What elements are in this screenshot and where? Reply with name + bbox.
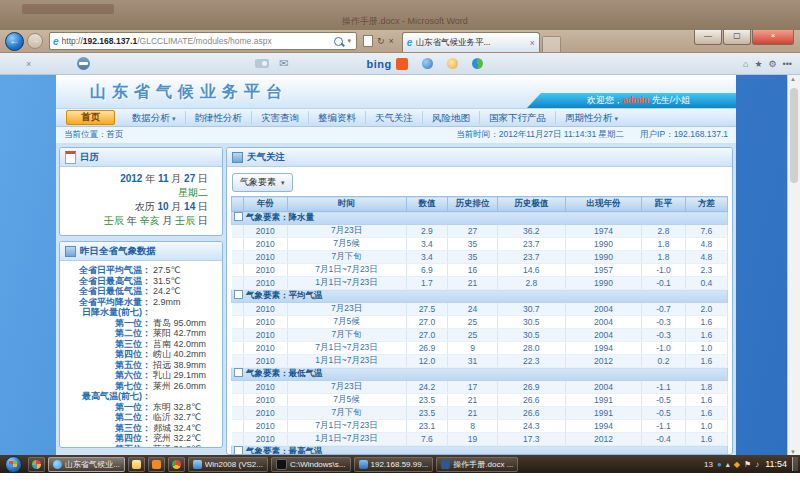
compatibility-view-icon[interactable] <box>363 35 373 47</box>
tray-flag-icon[interactable]: ⚑ <box>744 460 751 469</box>
toolbar-emblem-icon[interactable] <box>77 57 90 70</box>
tray-blue-circle-icon[interactable]: ● <box>717 460 722 469</box>
search-icon[interactable] <box>334 37 343 46</box>
table-cell: 2010 <box>243 407 287 420</box>
people-icon[interactable] <box>472 58 483 69</box>
tray-ime[interactable]: 13 <box>704 460 713 469</box>
taskbar-clock[interactable]: 11:54 <box>765 459 787 469</box>
nav-item-韵律性分析[interactable]: 韵律性分析 <box>186 111 253 124</box>
browser-tab[interactable]: e 山东省气候业务平... × <box>402 32 540 52</box>
table-row[interactable]: 20107月5候27.02530.52004-0.31.6 <box>232 316 728 329</box>
nav-item-整编资料[interactable]: 整编资料 <box>309 111 366 124</box>
calendar-text: 月 <box>169 173 185 184</box>
expand-checkbox-icon[interactable] <box>234 290 243 299</box>
home-icon[interactable]: ⌂ <box>743 59 748 69</box>
table-row[interactable]: 20101月1日~7月23日1.7212.81990-0.10.4 <box>232 277 728 290</box>
pinned-app-icon[interactable] <box>28 457 45 472</box>
messenger-icon[interactable] <box>422 58 433 69</box>
taskbar-window-cmd[interactable]: C:\Windows\s... <box>271 457 351 472</box>
table-row[interactable]: 20101月1日~7月23日12.03122.320120.21.6 <box>232 355 728 368</box>
nav-item-数据分析[interactable]: 数据分析▾ <box>123 111 186 124</box>
table-cell: 1.6 <box>685 355 727 368</box>
table-row[interactable]: 20107月23日24.21726.92004-1.11.8 <box>232 381 728 394</box>
site-header: 山东省气候业务平台 欢迎您，admin 先生/小姐 <box>56 75 736 109</box>
bing-logo[interactable]: bing <box>366 58 391 70</box>
group-label: 气象要素：平均气温 <box>246 290 323 300</box>
table-row[interactable]: 20107月23日2.92736.219742.87.6 <box>232 225 728 238</box>
taskbar-window-server[interactable]: Win2008 (VS2... <box>188 457 268 472</box>
tab-close-icon[interactable]: × <box>530 38 535 48</box>
table-row[interactable]: 20107月1日~7月23日26.9928.01994-1.01.0 <box>232 342 728 355</box>
show-desktop-button[interactable] <box>792 457 798 471</box>
table-group-row[interactable]: 气象要素：平均气温 <box>232 290 728 303</box>
table-row[interactable]: 20107月5候3.43523.719901.84.8 <box>232 238 728 251</box>
more-options-icon[interactable]: ••• <box>783 59 792 69</box>
table-cell: 1.6 <box>685 329 727 342</box>
table-cell: 23.5 <box>406 394 448 407</box>
expand-checkbox-icon[interactable] <box>234 446 243 455</box>
tray-up-arrow-icon[interactable]: ▴ <box>726 460 730 469</box>
bing-rewards-icon[interactable] <box>396 58 408 70</box>
taskbar-window-word[interactable]: 操作手册.docx ... <box>436 457 518 472</box>
table-row[interactable]: 20107月下旬3.43523.719901.84.8 <box>232 251 728 264</box>
taskbar-window-ie[interactable]: 山东省气候业... <box>48 457 125 472</box>
taskbar-window-label: 192.168.59.99... <box>371 460 429 469</box>
expand-checkbox-icon[interactable] <box>234 368 243 377</box>
taskbar-window-remote[interactable]: 192.168.59.99... <box>354 457 434 472</box>
start-button[interactable] <box>5 456 22 473</box>
maximize-button[interactable]: ▢ <box>723 30 751 45</box>
vertical-scrollbar[interactable]: ▲ ▼ <box>787 75 800 456</box>
table-group-row[interactable]: 气象要素：最高气温 <box>232 446 728 456</box>
nav-item-国家下行产品[interactable]: 国家下行产品 <box>480 111 556 124</box>
address-bar[interactable]: e http://192.168.137.1/GLCCLIMATE/module… <box>49 32 357 50</box>
nav-item-风险地图[interactable]: 风险地图 <box>423 111 480 124</box>
close-button[interactable]: × <box>752 30 794 45</box>
toolbar-close-icon[interactable]: × <box>26 59 31 69</box>
new-tab-button[interactable] <box>542 36 561 52</box>
mail-icon[interactable]: ✉ <box>279 57 288 70</box>
main-panel-area: 天气关注 气象要素 ▾ <box>226 147 733 453</box>
minimize-button[interactable]: — <box>694 30 722 45</box>
element-filter-button[interactable]: 气象要素 ▾ <box>232 173 293 192</box>
background-window-title: 操作手册.docx - Microsoft Word <box>342 15 468 28</box>
highlight-icon[interactable] <box>447 58 458 69</box>
forward-button[interactable]: → <box>27 33 43 49</box>
table-row[interactable]: 20107月1日~7月23日6.91614.61957-1.02.3 <box>232 264 728 277</box>
table-group-row[interactable]: 气象要素：最低气温 <box>232 368 728 381</box>
tray-orange-icon[interactable]: ◆ <box>734 460 740 469</box>
back-button[interactable]: ← <box>5 32 24 51</box>
table-row[interactable]: 20107月下旬23.52126.61991-0.51.6 <box>232 407 728 420</box>
scrollbar-thumb[interactable] <box>790 88 798 183</box>
taskbar-window-folder[interactable] <box>128 457 145 472</box>
favorites-star-icon[interactable]: ★ <box>754 59 762 69</box>
table-row[interactable]: 20107月下旬27.02530.52004-0.31.6 <box>232 329 728 342</box>
stop-icon[interactable]: × <box>389 36 394 46</box>
table-row[interactable]: 20101月1日~7月23日7.61917.32012-0.41.6 <box>232 433 728 446</box>
scroll-up-icon[interactable]: ▲ <box>790 76 796 82</box>
table-cell: -1.0 <box>642 342 686 355</box>
nav-item-天气关注[interactable]: 天气关注 <box>366 111 423 124</box>
table-row[interactable]: 20107月5候23.52126.61991-0.51.6 <box>232 394 728 407</box>
url-text[interactable]: http://192.168.137.1/GLCCLIMATE/modules/… <box>62 36 333 46</box>
taskbar-window-chrome[interactable] <box>168 457 185 472</box>
table-group-row[interactable]: 气象要素：降水量 <box>232 212 728 225</box>
site-title: 山东省气候业务平台 <box>90 82 288 103</box>
table-row[interactable]: 20107月23日27.52430.72004-0.72.0 <box>232 303 728 316</box>
table-cell: 2004 <box>565 316 641 329</box>
page-viewport: 山东省气候业务平台 欢迎您，admin 先生/小姐 首页数据分析▾韵律性分析灾害… <box>0 75 800 456</box>
camera-icon[interactable] <box>255 59 269 68</box>
address-dropdown-icon[interactable]: ▾ <box>347 37 351 45</box>
taskbar-window-app[interactable] <box>148 457 165 472</box>
refresh-icon[interactable]: ↻ <box>377 36 385 46</box>
tray-volume-icon[interactable]: ♪ <box>755 460 759 469</box>
taskbar-window-label: 操作手册.docx ... <box>453 459 513 470</box>
expand-checkbox-icon[interactable] <box>234 212 243 221</box>
breadcrumb[interactable]: 当前位置：首页 <box>64 129 124 141</box>
nav-item-周期性分析[interactable]: 周期性分析▾ <box>556 111 627 124</box>
calendar-text: 日 <box>195 201 208 212</box>
table-row[interactable]: 20107月1日~7月23日23.1824.31994-1.11.0 <box>232 420 728 433</box>
nav-item-首页[interactable]: 首页 <box>66 110 115 125</box>
table-cell: 7月1日~7月23日 <box>287 342 406 355</box>
nav-item-灾害查询[interactable]: 灾害查询 <box>252 111 309 124</box>
settings-gear-icon[interactable]: ⚙ <box>768 59 776 69</box>
